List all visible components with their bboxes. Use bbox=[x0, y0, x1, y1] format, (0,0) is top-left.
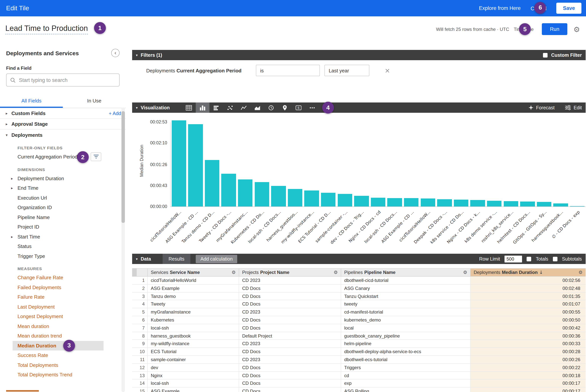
column-header-project[interactable]: ProjectsProject Name⚙ bbox=[239, 268, 341, 276]
cell-median-duration[interactable]: 00:01:35 bbox=[470, 292, 586, 300]
cell-project-name[interactable]: CD Docs bbox=[239, 300, 341, 308]
group-approval-stage[interactable]: ▸ Approval Stage bbox=[0, 119, 126, 130]
cell-pipeline-name[interactable]: kubernetes_demo bbox=[341, 316, 470, 324]
add-calculation-button[interactable]: Add calculation bbox=[196, 255, 237, 263]
measure-total-deployments[interactable]: Total Deployments bbox=[0, 360, 126, 370]
filter-value-input[interactable]: Last year bbox=[324, 65, 369, 76]
scrollbar-thumb[interactable] bbox=[121, 111, 125, 223]
column-header-service[interactable]: ServicesService Name⚙ bbox=[147, 268, 239, 276]
measure-median-duration[interactable]: 3Median Duration bbox=[0, 341, 126, 350]
edit-viz-button[interactable]: Edit bbox=[565, 105, 582, 110]
cell-service-name[interactable]: sample-container bbox=[147, 356, 239, 364]
filters-section-bar[interactable]: ▾ Filters (1) Custom Filter bbox=[132, 50, 586, 60]
chart-bar[interactable] bbox=[471, 200, 485, 206]
cell-pipeline-name[interactable]: dbothwell-deploy-alpha-service-to-ecs bbox=[341, 348, 470, 356]
tab-in-use[interactable]: In Use bbox=[63, 94, 126, 108]
cell-pipeline-name[interactable]: Tanzu Quickstart bbox=[341, 292, 470, 300]
chart-bar[interactable] bbox=[354, 196, 369, 206]
field-search-input[interactable] bbox=[19, 77, 115, 83]
cell-project-name[interactable]: CD Docs bbox=[239, 292, 341, 300]
tile-title-input[interactable]: Lead Time to Production bbox=[5, 24, 88, 34]
expander-icon[interactable]: ▸ bbox=[11, 176, 13, 180]
cell-project-name[interactable]: CD Docs bbox=[239, 284, 341, 292]
field-start-time[interactable]: ▸Start Time bbox=[0, 232, 126, 242]
field-deployment-duration[interactable]: ▸Deployment Duration bbox=[0, 174, 126, 183]
column-gear-icon[interactable]: ⚙ bbox=[579, 270, 583, 275]
cell-project-name[interactable]: CD Docs bbox=[239, 380, 341, 387]
chart-bar[interactable] bbox=[255, 182, 269, 206]
cell-pipeline-name[interactable]: ASG Canary bbox=[341, 284, 470, 292]
cell-median-duration[interactable]: 00:01:07 bbox=[470, 300, 586, 308]
measure-mean-duration[interactable]: Mean duration bbox=[0, 321, 126, 331]
forecast-button[interactable]: Forecast bbox=[529, 105, 555, 110]
group-custom-fields[interactable]: ▸ Custom Fields + Add bbox=[0, 108, 126, 119]
clock-icon[interactable] bbox=[264, 102, 278, 113]
measure-last-deployment[interactable]: Last Deployment bbox=[0, 302, 126, 312]
cell-pipeline-name[interactable]: dbothwell-ecs-tutorial bbox=[341, 356, 470, 364]
cell-median-duration[interactable]: 00:00:28 bbox=[470, 348, 586, 356]
chart-bar[interactable] bbox=[371, 198, 385, 206]
measure-longest-deployment[interactable]: Longest Deployment bbox=[0, 312, 126, 321]
cell-project-name[interactable]: CD 2023 bbox=[239, 340, 341, 348]
measure-success-rate[interactable]: Success Rate bbox=[0, 350, 126, 360]
cell-median-duration[interactable]: 00:00:17 bbox=[470, 388, 586, 392]
cell-service-name[interactable]: cicdTutorialHelloWorld bbox=[147, 276, 239, 284]
cell-median-duration[interactable]: 00:00:50 bbox=[470, 316, 586, 324]
chart-bar[interactable] bbox=[321, 193, 336, 206]
chart-bar[interactable] bbox=[520, 202, 535, 206]
expander-icon[interactable]: ▸ bbox=[11, 186, 13, 190]
cell-project-name[interactable]: Default Project bbox=[239, 332, 341, 340]
cell-median-duration[interactable]: 00:00:36 bbox=[470, 332, 586, 340]
group-deployments[interactable]: ▾ Deployments 2 bbox=[0, 130, 126, 140]
cell-service-name[interactable]: dev bbox=[147, 364, 239, 372]
cell-median-duration[interactable]: 00:00:18 bbox=[470, 372, 586, 379]
chart-bar[interactable] bbox=[387, 198, 402, 206]
data-section-bar[interactable]: ▾ Data Results Add calculation Row Limit… bbox=[132, 254, 586, 264]
explore-from-here-link[interactable]: Explore from Here bbox=[479, 5, 521, 11]
cell-median-duration[interactable]: 00:00:17 bbox=[470, 380, 586, 387]
cell-service-name[interactable]: local-ssh bbox=[147, 380, 239, 387]
line-chart-icon[interactable] bbox=[237, 102, 250, 113]
column-gear-icon[interactable]: ⚙ bbox=[334, 270, 338, 275]
cell-service-name[interactable]: harness_guestbook bbox=[147, 332, 239, 340]
column-header-duration[interactable]: DeploymentsMedian Duration↓⚙ bbox=[470, 268, 586, 276]
chart-bar[interactable] bbox=[205, 160, 219, 206]
cell-median-duration[interactable]: 00:00:42 bbox=[470, 324, 586, 332]
field-search-box[interactable] bbox=[6, 74, 119, 86]
chart-bar[interactable] bbox=[304, 190, 319, 206]
cell-pipeline-name[interactable]: ASG Rolling bbox=[341, 388, 470, 392]
field-project-id[interactable]: Project ID bbox=[0, 222, 126, 232]
cell-pipeline-name[interactable]: Triggers bbox=[341, 364, 470, 372]
cell-service-name[interactable]: Nginx bbox=[147, 372, 239, 379]
field-execution-url[interactable]: Execution Url bbox=[0, 193, 126, 203]
collapse-sidebar-button[interactable]: ‹ bbox=[111, 49, 119, 57]
cell-pipeline-name[interactable]: dbothwell-cicd-tutorial bbox=[341, 276, 470, 284]
filter-by-field-button[interactable] bbox=[91, 152, 101, 161]
chart-bar[interactable] bbox=[554, 204, 568, 206]
chart-bar[interactable] bbox=[537, 202, 551, 206]
field-organization-id[interactable]: Organization ID bbox=[0, 203, 126, 212]
chart-bar[interactable] bbox=[271, 186, 286, 206]
tab-all-fields[interactable]: All Fields bbox=[0, 94, 63, 108]
chart-bar[interactable] bbox=[171, 120, 186, 206]
chart-bar[interactable] bbox=[221, 174, 236, 206]
field-current-aggregation-period[interactable]: Current Aggregation Period 2 bbox=[0, 152, 126, 162]
cell-project-name[interactable]: CD Docs bbox=[239, 324, 341, 332]
cell-pipeline-name[interactable]: tweety bbox=[341, 300, 470, 308]
cell-pipeline-name[interactable]: helm-pipeline bbox=[341, 340, 470, 348]
cell-median-duration[interactable]: 00:02:56 bbox=[470, 276, 586, 284]
cell-service-name[interactable]: Kubernetes bbox=[147, 316, 239, 324]
column-gear-icon[interactable]: ⚙ bbox=[231, 270, 236, 275]
chart-bar[interactable] bbox=[238, 180, 253, 206]
cell-pipeline-name[interactable]: exp bbox=[341, 380, 470, 387]
field-trigger-type[interactable]: Trigger Type bbox=[0, 251, 126, 261]
measure-mean-duration-trend[interactable]: Mean duration trend bbox=[0, 331, 126, 341]
cell-service-name[interactable]: Tweety bbox=[147, 300, 239, 308]
cell-project-name[interactable]: CD Docs bbox=[239, 372, 341, 379]
chart-bar[interactable] bbox=[404, 198, 419, 206]
field-pipeline-name[interactable]: Pipeline Name bbox=[0, 212, 126, 222]
cell-project-name[interactable]: CD 2023 bbox=[239, 308, 341, 316]
expander-icon[interactable]: ▸ bbox=[11, 235, 13, 239]
chart-bar[interactable] bbox=[188, 124, 203, 206]
totals-checkbox[interactable] bbox=[527, 256, 531, 261]
